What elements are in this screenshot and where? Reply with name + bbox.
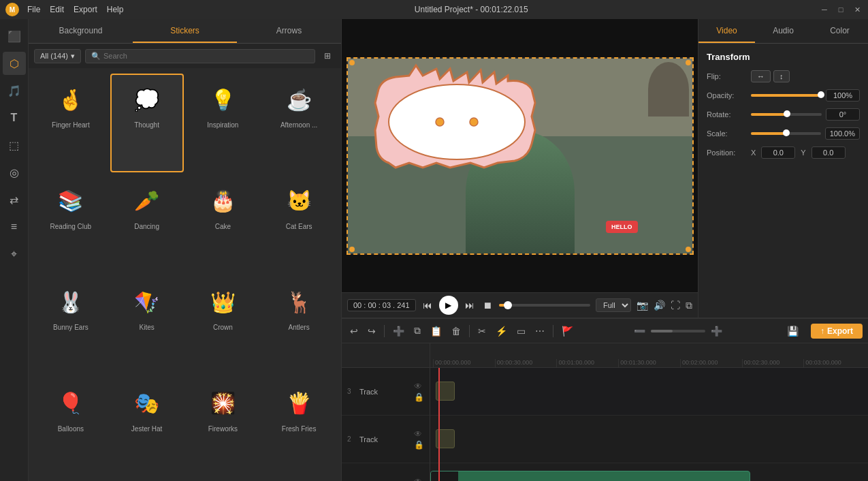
- svg-point-2: [470, 118, 478, 126]
- sticker-cat-ears[interactable]: 🐱 Cat Ears: [262, 175, 336, 274]
- tab-stickers[interactable]: Stickers: [133, 19, 237, 43]
- sidebar-item-transitions[interactable]: ⇄: [3, 188, 26, 211]
- tab-background[interactable]: Background: [29, 19, 133, 43]
- flip-horizontal-button[interactable]: ↔: [751, 70, 771, 82]
- sticker-cake[interactable]: 🎂 Cake: [187, 175, 260, 274]
- visibility-icon-2[interactable]: 👁: [414, 429, 424, 439]
- tab-color[interactable]: Color: [811, 19, 868, 43]
- zoom-out-button[interactable]: ➖: [631, 324, 648, 338]
- sticker-dancing[interactable]: 🥕 Dancing: [110, 175, 184, 274]
- marker-button[interactable]: 🚩: [559, 324, 576, 338]
- lock-icon-2[interactable]: 🔒: [414, 440, 424, 450]
- window-controls: ─ □ ✕: [819, 4, 863, 15]
- menu-help[interactable]: Help: [107, 5, 124, 14]
- rotate-slider[interactable]: [751, 113, 822, 116]
- sticker-thumb: 📚: [46, 181, 95, 221]
- visibility-icon-1[interactable]: 👁: [414, 477, 424, 482]
- fullscreen-button[interactable]: ⛶: [671, 300, 680, 311]
- sidebar-item-stickers[interactable]: ⬡: [3, 52, 26, 75]
- sticker-label: Balloons: [58, 425, 84, 433]
- sticker-balloons[interactable]: 🎈 Balloons: [34, 377, 108, 476]
- sticker-antlers[interactable]: 🦌 Antlers: [262, 276, 336, 375]
- sidebar-item-audio[interactable]: 🎵: [3, 79, 26, 102]
- titlebar-menu: File Edit Export Help: [27, 5, 123, 14]
- copy-button[interactable]: ⧉: [411, 324, 423, 338]
- sidebar-item-filters[interactable]: ⬚: [3, 134, 26, 157]
- rotate-slider-container: 0°: [751, 108, 860, 121]
- filter-dropdown[interactable]: All (144) ▾: [34, 49, 81, 63]
- opacity-slider[interactable]: [751, 94, 822, 97]
- sticker-thumb: 💭: [123, 79, 172, 120]
- zoom-slider[interactable]: [651, 330, 705, 332]
- save-button[interactable]: 💾: [784, 324, 801, 338]
- video-container: HELLO: [342, 19, 698, 292]
- crop-timeline-button[interactable]: ▭: [514, 324, 528, 338]
- lock-icon-3[interactable]: 🔒: [414, 392, 424, 402]
- sidebar-item-effects[interactable]: ◎: [3, 161, 26, 184]
- menu-export[interactable]: Export: [74, 5, 97, 14]
- progress-bar[interactable]: [499, 304, 590, 307]
- close-button[interactable]: ✕: [852, 4, 863, 15]
- video-controls: 00 : 00 : 03 . 241 ⏮ ▶ ⏭ ⏹ Full 1/2 1/4 …: [342, 292, 698, 317]
- position-x-value[interactable]: 0.0: [761, 146, 795, 159]
- export-button[interactable]: ↑ Export: [811, 324, 863, 339]
- track-lane-3: [430, 368, 868, 416]
- sticker-reading-club[interactable]: 📚 Reading Club: [34, 175, 108, 274]
- sticker-fireworks[interactable]: 🎇 Fireworks: [187, 377, 260, 476]
- sticker-thumb: ☕: [274, 79, 323, 120]
- tab-video[interactable]: Video: [698, 19, 755, 43]
- sticker-inspiration[interactable]: 💡 Inspiration: [187, 74, 260, 172]
- sidebar-item-adjust[interactable]: ≡: [3, 215, 26, 238]
- grid-toggle-button[interactable]: ⊞: [319, 48, 336, 64]
- search-box[interactable]: 🔍: [85, 49, 315, 63]
- sticker-finger-heart[interactable]: 🤞 Finger Heart: [34, 74, 108, 172]
- search-input[interactable]: [103, 52, 309, 60]
- zoom-in-button[interactable]: ➕: [708, 324, 725, 338]
- sticker-jester-hat[interactable]: 🎭 Jester Hat: [110, 377, 184, 476]
- skip-forward-button[interactable]: ⏭: [464, 298, 476, 312]
- transform-title: Transform: [707, 52, 860, 62]
- sticker-label: Thought: [134, 121, 159, 129]
- svg-point-1: [436, 118, 444, 126]
- split-button[interactable]: ⚡: [493, 324, 510, 338]
- sticker-crown[interactable]: 👑 Crown: [187, 276, 260, 375]
- menu-edit[interactable]: Edit: [50, 5, 64, 14]
- sticker-fresh-fries[interactable]: 🍟 Fresh Fries: [262, 377, 336, 476]
- visibility-icon-3[interactable]: 👁: [414, 382, 424, 391]
- sticker-afternoon[interactable]: ☕ Afternoon ...: [262, 74, 336, 172]
- redo-button[interactable]: ↪: [365, 324, 379, 338]
- skip-back-button[interactable]: ⏮: [421, 298, 434, 312]
- more-button[interactable]: ⋯: [532, 324, 547, 338]
- stop-button[interactable]: ⏹: [481, 298, 494, 312]
- video-clip[interactable]: GIRLS 101 Girls_ Season 4 Trailer (1080p…: [430, 471, 750, 481]
- sticker-bunny-ears[interactable]: 🐰 Bunny Ears: [34, 276, 108, 375]
- sidebar-item-crop[interactable]: ⌖: [3, 243, 26, 266]
- quality-select[interactable]: Full 1/2 1/4: [596, 298, 631, 312]
- ruler-mark-4: 00:02:00.000: [680, 359, 742, 367]
- paste-button[interactable]: 📋: [428, 324, 445, 338]
- track-lane-1: GIRLS 101 Girls_ Season 4 Trailer (1080p…: [430, 463, 868, 481]
- play-button[interactable]: ▶: [439, 296, 458, 315]
- cut-button[interactable]: ✂: [475, 324, 489, 338]
- sticker-kites[interactable]: 🪁 Kites: [110, 276, 184, 375]
- sidebar-item-media[interactable]: ⬛: [3, 25, 26, 48]
- flip-vertical-button[interactable]: ↕: [773, 70, 790, 82]
- minimize-button[interactable]: ─: [819, 4, 830, 15]
- menu-file[interactable]: File: [27, 5, 40, 14]
- sticker-label: Fireworks: [208, 425, 238, 433]
- flip-label: Flip:: [707, 72, 751, 80]
- scale-slider[interactable]: [751, 132, 821, 135]
- timeline-ruler-area: 00:00:00.000 00:00:30.000 00:01:00.000 0…: [430, 343, 868, 481]
- volume-button[interactable]: 🔊: [654, 300, 665, 311]
- position-y-value[interactable]: 0.0: [811, 146, 846, 159]
- undo-button[interactable]: ↩: [347, 324, 361, 338]
- pip-button[interactable]: ⧉: [686, 300, 692, 311]
- sticker-thought[interactable]: 💭 Thought: [110, 74, 184, 172]
- maximize-button[interactable]: □: [835, 4, 846, 15]
- add-media-button[interactable]: ➕: [390, 324, 407, 338]
- screenshot-button[interactable]: 📷: [637, 300, 648, 311]
- tab-audio[interactable]: Audio: [755, 19, 811, 43]
- sidebar-item-text[interactable]: T: [3, 106, 26, 129]
- tab-arrows[interactable]: Arrows: [237, 19, 341, 43]
- delete-button[interactable]: 🗑: [449, 324, 464, 338]
